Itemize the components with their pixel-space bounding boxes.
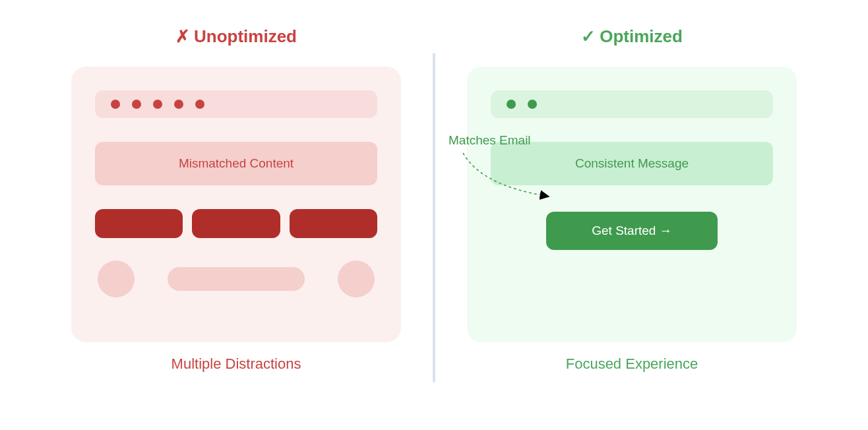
optimized-title-text: Optimized (600, 26, 683, 46)
nav-dot (195, 100, 204, 109)
nav-dot (153, 100, 162, 109)
annotation-arrow-icon (456, 149, 562, 208)
nav-dot (528, 100, 537, 109)
unoptimized-title-text: Unoptimized (194, 26, 297, 46)
hero-unoptimized: Mismatched Content (95, 142, 377, 185)
cta-row-unoptimized (95, 209, 377, 238)
caption-optimized: Focused Experience (566, 355, 698, 373)
nav-dot (111, 100, 120, 109)
extras-row (95, 261, 377, 297)
cta-block (290, 209, 377, 238)
primary-cta-button[interactable]: Get Started → (546, 212, 718, 250)
extra-circle (338, 261, 375, 297)
optimized-column: ✓Optimized Consistent Message Get Starte… (435, 26, 828, 404)
nav-dot (132, 100, 141, 109)
x-icon: ✗ (175, 26, 190, 46)
nav-bar-unoptimized (95, 90, 377, 118)
nav-dot (174, 100, 183, 109)
extra-circle (98, 261, 135, 297)
annotation-label: Matches Email (449, 133, 531, 148)
cta-block (95, 209, 183, 238)
nav-dot (507, 100, 516, 109)
nav-bar-optimized (491, 90, 773, 118)
unoptimized-panel: Mismatched Content (71, 67, 401, 342)
unoptimized-title: ✗Unoptimized (175, 26, 297, 47)
optimized-title: ✓Optimized (581, 26, 683, 47)
unoptimized-column: ✗Unoptimized Mismatched Content Mu (40, 26, 433, 404)
check-icon: ✓ (581, 26, 596, 46)
caption-unoptimized: Multiple Distractions (171, 355, 301, 373)
cta-block (192, 209, 280, 238)
extra-bar (168, 267, 305, 291)
